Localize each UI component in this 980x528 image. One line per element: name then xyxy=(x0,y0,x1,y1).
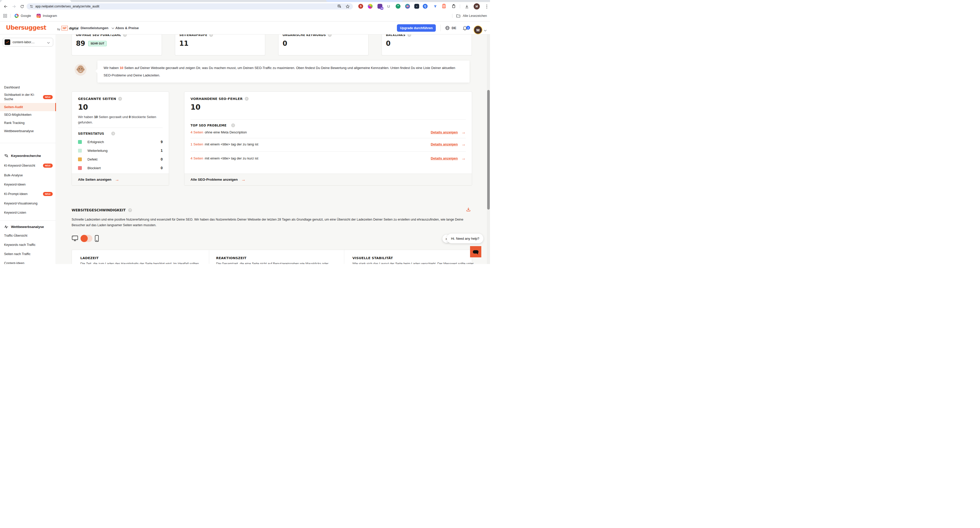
downloads-icon[interactable] xyxy=(463,3,470,10)
details-link[interactable]: Details anzeigen→ xyxy=(431,142,466,146)
section-title: WEBSITEGESCHWINDIGKEIT xyxy=(72,208,126,212)
folder-icon xyxy=(456,14,460,17)
sidebar-item-keywords-nach-traffic[interactable]: Keywords nach Traffic xyxy=(4,242,35,247)
sidebar-item-bulk-analyse[interactable]: Bulk-Analyse xyxy=(4,173,23,178)
url-bar[interactable]: app.neilpatel.com/de/seo_analyzer/site_a… xyxy=(27,3,353,10)
legend-swatch xyxy=(78,166,82,170)
help-icon[interactable]: ? xyxy=(231,124,235,127)
device-toggle-row xyxy=(72,235,99,242)
visuelle-stabilitaet-desc: Wie stark sich das Layout der Seite beim… xyxy=(352,262,475,264)
project-selector[interactable]: content-labor.... xyxy=(3,38,53,46)
app-header: Ubersuggest by NP digital Dienstleistung… xyxy=(0,21,490,35)
chevron-extension-icon[interactable]: › xyxy=(414,4,419,9)
scrollbar-track[interactable] xyxy=(487,35,490,264)
apps-grid-icon[interactable] xyxy=(3,14,7,17)
back-icon[interactable] xyxy=(2,3,9,10)
all-bookmarks[interactable]: Alle Lesezeichen xyxy=(452,14,487,18)
arrow-right-icon: → xyxy=(461,156,466,160)
sidebar-item-ki-keyword-uebersicht[interactable]: KI-Keyword-Übersicht xyxy=(4,163,35,168)
arrow-right-icon: → xyxy=(461,142,466,146)
quote-extension-icon[interactable]: ” xyxy=(396,4,401,9)
all-pages-link[interactable]: Alle Seiten anzeigen → xyxy=(72,174,169,185)
brain-extension-icon[interactable] xyxy=(405,4,410,9)
user-avatar[interactable]: M xyxy=(474,25,482,34)
section-wettbewerbsanalyse: Wettbewerbsanalyse xyxy=(4,224,44,229)
help-icon[interactable]: ? xyxy=(128,208,132,212)
ladezeit-desc: Die Zeit, die zum Laden des Hauptinhalts… xyxy=(80,262,203,264)
details-link[interactable]: Details anzeigen→ xyxy=(431,156,466,160)
avatar-chevron-icon[interactable] xyxy=(484,29,487,32)
bookmark-instagram[interactable]: Instagram xyxy=(37,14,57,18)
forward-icon[interactable] xyxy=(11,3,17,10)
tag-extension-icon[interactable]: Q xyxy=(423,4,428,9)
logo-by-text: by xyxy=(57,28,60,31)
globe-icon[interactable] xyxy=(445,25,450,30)
details-link[interactable]: Details anzeigen→ xyxy=(431,130,466,135)
competitor-analysis-icon xyxy=(4,225,8,228)
sidebar-item-content-ideen[interactable]: Content-Ideen xyxy=(4,261,24,264)
keyword-badge-extension-icon[interactable]: 26 xyxy=(377,4,382,9)
all-seo-problems-link[interactable]: Alle SEO-Probleme anzeigen → xyxy=(185,174,472,185)
active-tab[interactable] xyxy=(1,0,71,2)
metric-value: 89 xyxy=(76,40,85,47)
language-selector[interactable]: DE xyxy=(452,26,456,30)
chat-greeting[interactable]: Hi. Need any help? xyxy=(447,233,484,243)
sidebar-item-traffic-uebersicht[interactable]: Traffic-Übersicht xyxy=(4,233,27,238)
sidebar-item-keyword-listen[interactable]: Keyword-Listen xyxy=(4,210,26,215)
translate-icon[interactable] xyxy=(336,3,343,10)
nav-abos-preise[interactable]: Abos & Preise xyxy=(115,26,139,30)
extension-badge: 26 xyxy=(380,7,383,10)
help-icon[interactable]: ? xyxy=(245,97,248,101)
speed-metrics-panel: LADEZEIT Die Zeit, die zum Laden des Hau… xyxy=(72,250,472,264)
url-text[interactable]: app.neilpatel.com/de/seo_analyzer/site_a… xyxy=(35,5,99,8)
mobile-icon[interactable] xyxy=(95,235,99,242)
sidebar-item-wettbewerbsanalyse[interactable]: Wettbewerbsanalyse xyxy=(4,128,34,134)
card-divider xyxy=(191,119,466,120)
lighthouse-extension-icon[interactable] xyxy=(442,4,446,9)
sidebar-item-seo-moeglichkeiten[interactable]: SEO-Möglichkeiten xyxy=(4,112,32,117)
sidebar-item-keyword-visualisierung[interactable]: Keyword-Visualisierung xyxy=(4,201,37,206)
download-icon[interactable] xyxy=(466,207,471,212)
card-title: GESCANNTE SEITEN xyxy=(78,97,116,101)
card-title: VORHANDENE SEO-FEHLER xyxy=(191,97,243,101)
bookmark-google[interactable]: Google xyxy=(14,14,31,18)
site-settings-icon[interactable] xyxy=(30,5,33,8)
sidebar-item-seiten-nach-traffic[interactable]: Seiten nach Traffic xyxy=(4,252,30,257)
chat-button[interactable] xyxy=(470,246,481,257)
desktop-icon[interactable] xyxy=(72,235,78,241)
status-row-blockiert: Blockiert 0 xyxy=(78,165,163,171)
arrow-right-icon: → xyxy=(115,178,119,182)
seo-errors-value: 10 xyxy=(191,103,200,111)
u-extension-icon[interactable]: U xyxy=(386,4,391,9)
ubersuggest-logo[interactable]: Ubersuggest xyxy=(6,24,46,31)
bookmark-star-icon[interactable] xyxy=(344,3,351,10)
scrollbar-thumb[interactable] xyxy=(487,90,490,209)
help-icon[interactable]: ? xyxy=(118,97,122,101)
sidebar-item-seiten-audit[interactable]: Seiten-Audit xyxy=(0,103,56,111)
status-row-defekt: Defekt 0 xyxy=(78,156,163,163)
sidebar-item-ki-sichtbarkeit[interactable]: Sichtbarkeit in der KI-Suche xyxy=(4,93,43,101)
feather-extension-icon[interactable] xyxy=(368,4,372,9)
seo-extension-icon[interactable]: S xyxy=(358,4,363,9)
visuelle-stabilitaet-title: VISUELLE STABILITÄT xyxy=(352,256,393,260)
reload-icon[interactable] xyxy=(19,3,25,10)
browser-profile-avatar[interactable]: M xyxy=(474,3,480,10)
clipboard-extension-icon[interactable] xyxy=(451,4,456,9)
sidebar-item-ki-prompt-ideen[interactable]: KI-Prompt-Ideen xyxy=(4,192,28,197)
device-toggle[interactable] xyxy=(81,235,92,242)
instagram-icon xyxy=(37,14,41,18)
site-speed-title-row: WEBSITEGESCHWINDIGKEIT ? xyxy=(72,208,132,212)
reaktionszeit-desc: Die Gesamtzeit, die eine Seite nicht auf… xyxy=(216,262,339,264)
browser-menu-icon[interactable] xyxy=(484,3,490,10)
sidebar-item-dashboard[interactable]: Dashboard xyxy=(4,85,20,90)
upgrade-button[interactable]: Upgrade durchführen xyxy=(397,24,436,32)
legend-swatch xyxy=(78,157,82,161)
nav-dienstleistungen[interactable]: Dienstleistungen xyxy=(81,26,114,30)
sidebar-item-rank-tracking[interactable]: Rank Tracking xyxy=(4,121,25,125)
panel-divider xyxy=(344,250,344,264)
sidebar-item-keyword-ideen[interactable]: Keyword-Ideen xyxy=(4,182,25,187)
metric-value: 11 xyxy=(179,40,188,47)
signal-extension-icon[interactable] xyxy=(433,4,438,9)
help-icon[interactable]: ? xyxy=(111,132,115,135)
assistant-message-text: Wir haben 10 Seiten auf Deiner Webseite … xyxy=(103,64,463,79)
